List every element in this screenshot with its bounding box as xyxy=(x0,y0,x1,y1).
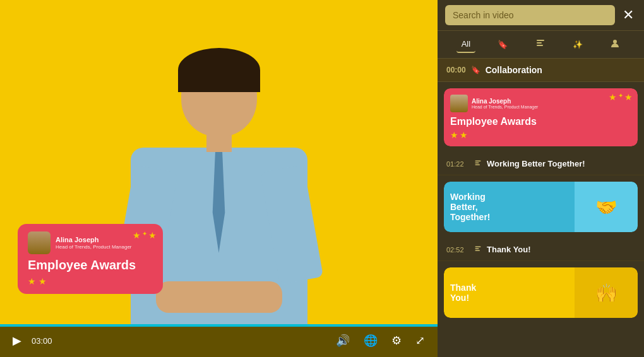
person-hair xyxy=(178,48,260,92)
star-bottom-2: ★ xyxy=(39,276,47,286)
settings-icon: ⚙ xyxy=(391,334,402,348)
close-button[interactable]: ✕ xyxy=(620,6,636,25)
progress-fill xyxy=(0,324,438,327)
volume-button[interactable]: 🔊 xyxy=(333,331,352,350)
slide-employee-awards[interactable]: Alina Joseph Head of Trends, Product Man… xyxy=(444,88,638,146)
slide-thankyou[interactable]: ThankYou! 🙌 xyxy=(444,267,638,318)
slide-person-role: Head of Trends, Product Manager xyxy=(472,105,538,109)
search-input[interactable] xyxy=(445,5,615,25)
star-icon-1: ★ xyxy=(133,230,141,240)
play-button[interactable]: ▶ xyxy=(10,331,24,350)
star-icon-3: ★ xyxy=(148,230,157,240)
tab-chapter-icon xyxy=(535,38,546,50)
star-icon-2: ✦ xyxy=(142,230,147,240)
progress-bar[interactable] xyxy=(0,324,438,327)
slide-blue-title: WorkingBetter,Together! xyxy=(450,192,491,222)
slide-star-1: ★ xyxy=(609,92,617,102)
slide-star-bl-2: ★ xyxy=(460,130,468,140)
svg-rect-4 xyxy=(475,160,481,161)
filter-tabs: All 🔖 ✨ xyxy=(438,31,644,59)
time-display: 03:00 xyxy=(32,336,52,346)
section-time-1: 00:00 xyxy=(446,66,466,74)
person-hands xyxy=(156,281,282,313)
slide-stars-bl: ★ ★ xyxy=(450,130,631,140)
overlay-stars-bl: ★ ★ xyxy=(28,276,153,286)
section-header-working: 01:22 Working Better Together! xyxy=(438,153,644,175)
section-title-1: Collaboration xyxy=(486,65,542,75)
tab-bookmark[interactable]: 🔖 xyxy=(492,36,513,53)
tab-bookmark-icon: 🔖 xyxy=(498,40,508,49)
tab-all-label: All xyxy=(462,39,470,49)
svg-rect-6 xyxy=(475,164,480,165)
section-title-2: Working Better Together! xyxy=(487,159,585,168)
highfive-icon: 🤝 xyxy=(595,197,617,218)
tab-all[interactable]: All xyxy=(456,36,475,53)
tab-highlight[interactable]: ✨ xyxy=(568,36,588,53)
slide-star-2: ✦ xyxy=(618,92,623,102)
slide-star-3: ★ xyxy=(624,92,633,102)
slide-star-bl-1: ★ xyxy=(450,130,458,140)
play-icon: ▶ xyxy=(13,334,21,348)
section-chapter-icon-2 xyxy=(474,160,482,168)
tab-person-icon xyxy=(610,38,620,50)
tab-chapter[interactable] xyxy=(530,36,551,53)
slide-stars-tr: ★ ✦ ★ xyxy=(609,92,633,102)
slide-working-better[interactable]: WorkingBetter,Together! 🤝 xyxy=(444,182,638,232)
overlay-card: Alina Joseph Head of Trends, Product Man… xyxy=(18,224,163,294)
overlay-person-role: Head of Trends, Product Manager xyxy=(56,244,153,250)
section-title-3: Thank You! xyxy=(487,245,531,254)
video-controls: ▶ 03:00 🔊 🌐 ⚙ ⤢ xyxy=(0,324,438,357)
section-header-thankyou: 02:52 Thank You! xyxy=(438,238,644,261)
section-chapter-icon-3 xyxy=(474,245,482,254)
svg-rect-5 xyxy=(475,162,479,163)
slide-card-yellow: ThankYou! 🙌 xyxy=(444,267,638,318)
slide-person-name: Alina Joseph xyxy=(472,98,538,105)
close-icon: ✕ xyxy=(623,7,634,23)
section-bookmark-icon-1: 🔖 xyxy=(471,66,480,74)
slide-avatar xyxy=(450,95,468,112)
svg-point-3 xyxy=(613,40,617,44)
thankyou-icon: 🙌 xyxy=(595,283,617,303)
svg-rect-1 xyxy=(537,42,542,44)
sidebar: ✕ All 🔖 ✨ xyxy=(438,0,644,357)
svg-rect-7 xyxy=(475,246,481,247)
section-time-2: 01:22 xyxy=(446,160,469,168)
video-player: Alina Joseph Head of Trends, Product Man… xyxy=(0,0,438,357)
slide-card-red: Alina Joseph Head of Trends, Product Man… xyxy=(444,88,638,146)
controls-right: 🔊 🌐 ⚙ ⤢ xyxy=(333,331,427,350)
overlay-avatar xyxy=(28,231,51,254)
settings-button[interactable]: ⚙ xyxy=(389,331,404,350)
tab-highlight-icon: ✨ xyxy=(573,40,583,49)
section-time-3: 02:52 xyxy=(446,246,469,254)
slide-card-title-1: Employee Awards xyxy=(450,116,631,127)
slide-blue-image: 🤝 xyxy=(575,182,638,232)
tab-person[interactable] xyxy=(605,36,625,53)
slide-yellow-title: ThankYou! xyxy=(450,283,476,303)
overlay-card-title: Employee Awards xyxy=(28,258,153,272)
sidebar-content[interactable]: 00:00 🔖 Collaboration Alina Joseph Head … xyxy=(438,59,644,357)
star-bottom-1: ★ xyxy=(28,276,36,286)
slide-yellow-image: 🙌 xyxy=(575,267,638,318)
slide-card-blue: WorkingBetter,Together! 🤝 xyxy=(444,182,638,232)
overlay-stars-tr: ★ ✦ ★ xyxy=(133,230,157,240)
svg-rect-0 xyxy=(537,40,544,41)
section-header-collaboration: 00:00 🔖 Collaboration xyxy=(438,59,644,82)
fullscreen-button[interactable]: ⤢ xyxy=(413,331,427,350)
svg-rect-8 xyxy=(475,248,479,249)
person-head xyxy=(181,54,257,136)
svg-rect-2 xyxy=(537,45,543,46)
globe-button[interactable]: 🌐 xyxy=(361,331,380,350)
volume-icon: 🔊 xyxy=(336,334,350,348)
globe-icon: 🌐 xyxy=(364,334,378,348)
video-content xyxy=(0,0,438,357)
svg-rect-9 xyxy=(475,250,480,251)
search-bar: ✕ xyxy=(438,0,644,31)
fullscreen-icon: ⤢ xyxy=(415,334,425,348)
